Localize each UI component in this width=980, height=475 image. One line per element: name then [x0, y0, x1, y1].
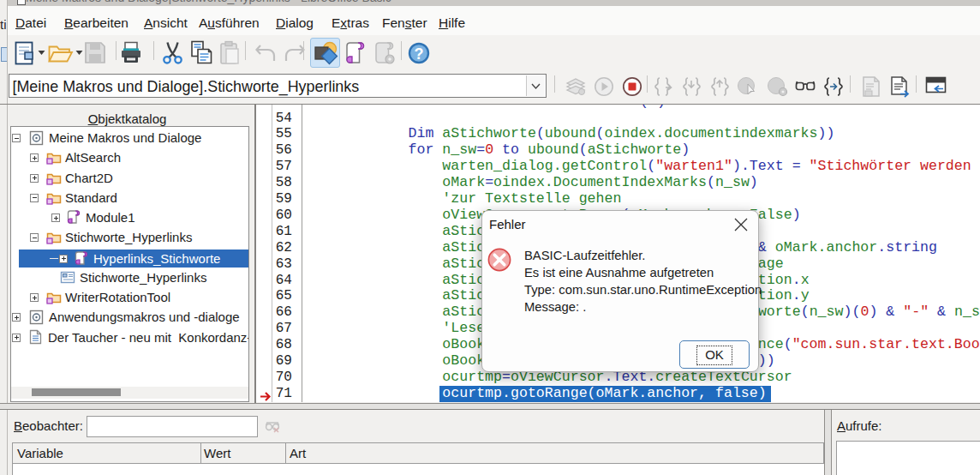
svg-text:?: ? — [415, 45, 424, 63]
